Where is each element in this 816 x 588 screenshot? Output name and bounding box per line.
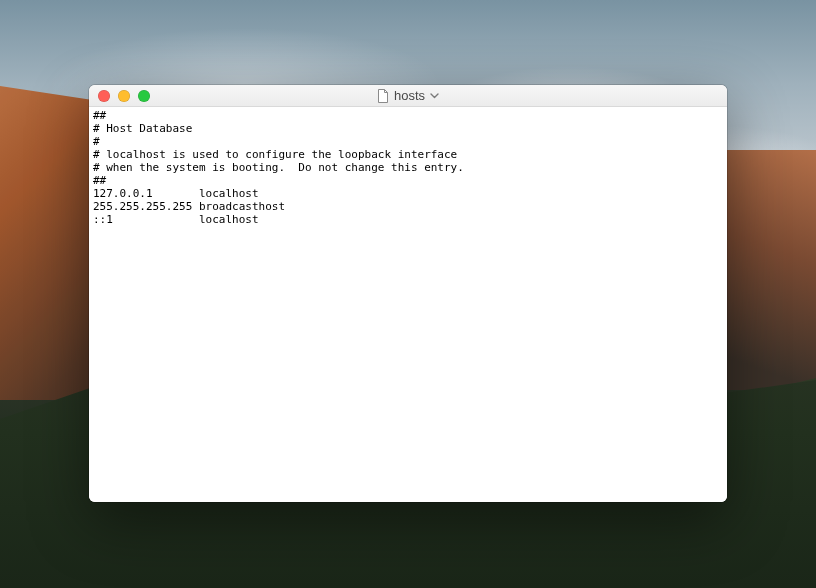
desktop-background: hosts ## # Host Database # # localhost i…: [0, 0, 816, 588]
document-icon: [377, 89, 389, 103]
minimize-button[interactable]: [118, 90, 130, 102]
window-title: hosts: [394, 88, 425, 103]
chevron-down-icon[interactable]: [430, 91, 439, 100]
text-editor-area[interactable]: ## # Host Database # # localhost is used…: [89, 107, 727, 502]
editor-content[interactable]: ## # Host Database # # localhost is used…: [93, 109, 723, 226]
traffic-lights: [89, 90, 150, 102]
maximize-button[interactable]: [138, 90, 150, 102]
window-title-group: hosts: [89, 88, 727, 103]
close-button[interactable]: [98, 90, 110, 102]
window-titlebar[interactable]: hosts: [89, 85, 727, 107]
textedit-window: hosts ## # Host Database # # localhost i…: [89, 85, 727, 502]
